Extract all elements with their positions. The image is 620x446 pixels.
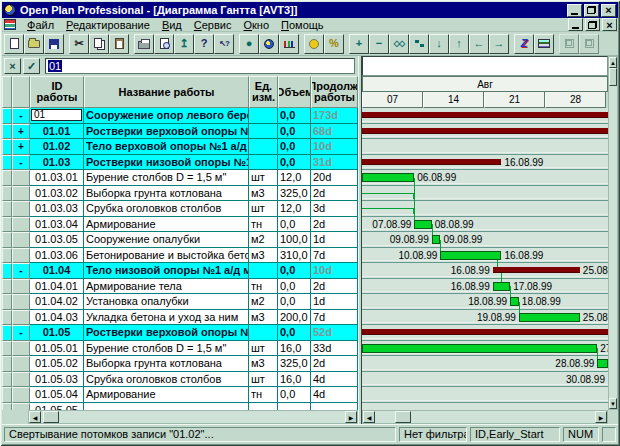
cell-volume[interactable]: 0,0 (278, 387, 311, 403)
header-volume[interactable]: Объем (278, 76, 311, 108)
table-row[interactable]: 01.05.04Армированиетн0,04d (2, 387, 358, 403)
print-button[interactable] (134, 34, 154, 54)
new-button[interactable] (4, 34, 24, 54)
move-up-button[interactable]: ↑ (449, 34, 469, 54)
cell-unit[interactable]: шт (249, 201, 278, 217)
paste-button[interactable] (109, 34, 129, 54)
link-nodes-button[interactable]: ◇◇ (389, 34, 409, 54)
row-gutter[interactable] (2, 124, 12, 140)
cost-button[interactable] (304, 34, 324, 54)
cell-unit[interactable]: тн (249, 217, 278, 233)
row-gutter[interactable] (2, 325, 12, 341)
table-row[interactable]: 01.03.06Бетонирование и выстойка бетонам… (2, 248, 358, 264)
cell-unit[interactable] (249, 325, 278, 341)
cell-name[interactable] (84, 403, 249, 411)
table-row[interactable]: -01.03Ростверки низовой опоры №1 а/д мос… (2, 155, 358, 171)
minimize-button[interactable] (567, 4, 582, 17)
corner-tool-button[interactable] (559, 34, 579, 54)
remove-activity-button[interactable]: − (369, 34, 389, 54)
collapse-icon[interactable]: - (12, 263, 30, 279)
cell-id[interactable]: 01.02 (30, 139, 84, 155)
cell-name[interactable]: Армирование (84, 387, 249, 403)
move-down-button[interactable]: ↓ (429, 34, 449, 54)
cell-name[interactable]: Установка опалубки (84, 294, 249, 310)
cell-duration[interactable]: 2d (311, 186, 358, 202)
cell-id[interactable]: 01.03.02 (30, 186, 84, 202)
scrollbar-thumb[interactable] (609, 68, 617, 86)
cell-name[interactable]: Бурение столбов D = 1,5 м" (84, 170, 249, 186)
cell-volume[interactable]: 200,0 (278, 310, 311, 326)
cell-unit[interactable]: м3 (249, 310, 278, 326)
gantt-horizontal-scrollbar[interactable]: ◀ ▶ (362, 410, 608, 424)
child-restore-button[interactable] (585, 18, 600, 31)
cell-name[interactable]: Сооружение опалубки (84, 232, 249, 248)
header-id[interactable]: ID работы (30, 76, 84, 108)
scroll-right-icon[interactable]: ▶ (345, 411, 357, 423)
row-gutter[interactable] (2, 108, 12, 124)
cell-edit-input[interactable]: 01 (45, 58, 355, 74)
collapse-icon[interactable]: - (12, 155, 30, 171)
cell-duration[interactable]: 10d (311, 263, 358, 279)
menu-window[interactable]: Окно (237, 18, 275, 32)
menu-edit[interactable]: Редактирование (60, 18, 156, 32)
table-row[interactable]: 01.05.05 (2, 403, 358, 411)
cell-name[interactable]: Тело низовой опоры №1 а/д моста (84, 263, 249, 279)
cell-duration[interactable]: 4d (311, 387, 358, 403)
cell-volume[interactable]: 325,0 (278, 356, 311, 372)
menu-view[interactable]: Вид (156, 18, 188, 32)
cell-id[interactable]: 01.03.06 (30, 248, 84, 264)
cell-name[interactable]: Срубка оголовков столбов (84, 201, 249, 217)
row-gutter[interactable] (2, 372, 12, 388)
cell-id[interactable]: 01.05.01 (30, 341, 84, 357)
cell-volume[interactable]: 0,0 (278, 139, 311, 155)
context-help-button[interactable]: ↖? (214, 34, 234, 54)
document-icon[interactable] (4, 19, 16, 30)
row-gutter[interactable] (2, 217, 12, 233)
accept-edit-button[interactable]: ✓ (23, 58, 40, 74)
vertical-scrollbar[interactable]: ▲ ▼ (608, 56, 618, 410)
cell-volume[interactable] (278, 403, 311, 411)
menu-service[interactable]: Сервис (188, 18, 238, 32)
cell-unit[interactable] (249, 139, 278, 155)
cell-duration[interactable]: 10d (311, 139, 358, 155)
gantt-task-bar[interactable] (362, 173, 414, 182)
cell-duration[interactable]: 4d (311, 372, 358, 388)
table-row[interactable]: -01.05Ростверки верховой опоры №2 а/д0,0… (2, 325, 358, 341)
cell-id[interactable]: 01.05.02 (30, 356, 84, 372)
cell-id[interactable]: 01.04.01 (30, 279, 84, 295)
cell-volume[interactable]: 16,0 (278, 341, 311, 357)
cell-unit[interactable]: шт (249, 372, 278, 388)
cell-duration[interactable]: 52d (311, 325, 358, 341)
cell-id[interactable]: 01.03.04 (30, 217, 84, 233)
collapse-icon[interactable]: - (12, 108, 30, 124)
table-row[interactable]: 01.03.05Сооружение опалубким2100,01d (2, 232, 358, 248)
gantt-task-bar[interactable] (414, 220, 431, 229)
row-gutter[interactable] (2, 387, 12, 403)
expand-icon[interactable]: + (12, 124, 30, 140)
scroll-right-icon[interactable]: ▶ (595, 411, 607, 423)
cell-volume[interactable]: 16,0 (278, 372, 311, 388)
gantt-view-button[interactable]: Z (514, 34, 534, 54)
cell-name[interactable]: Выборка грунта котлована (84, 186, 249, 202)
collapse-icon[interactable]: - (12, 325, 30, 341)
row-gutter[interactable] (2, 310, 12, 326)
cell-volume[interactable]: 12,0 (278, 201, 311, 217)
header-name[interactable]: Название работы (84, 76, 249, 108)
cell-unit[interactable]: м2 (249, 294, 278, 310)
cell-name[interactable]: Бетонирование и выстойка бетона (84, 248, 249, 264)
cell-id[interactable]: 01.04 (30, 263, 84, 279)
cell-duration[interactable]: 173d (311, 108, 358, 124)
row-gutter[interactable] (2, 356, 12, 372)
row-gutter[interactable] (2, 279, 12, 295)
cell-duration[interactable]: 33d (311, 341, 358, 357)
table-row[interactable]: 01.05.03Срубка оголовков столбовшт16,04d (2, 372, 358, 388)
cell-name[interactable]: Бурение столбов D = 1,5 м" (84, 341, 249, 357)
time-now-button[interactable] (259, 34, 279, 54)
cell-volume[interactable]: 325,0 (278, 186, 311, 202)
cell-name[interactable]: Ростверки верховой опоры №2 а/д (84, 325, 249, 341)
cell-duration[interactable]: 2d (311, 356, 358, 372)
cell-id[interactable]: 01.03 (30, 155, 84, 171)
cell-unit[interactable]: тн (249, 279, 278, 295)
cell-name[interactable]: Тело верховой опоры №1 а/д моста (84, 139, 249, 155)
row-gutter[interactable] (2, 186, 12, 202)
